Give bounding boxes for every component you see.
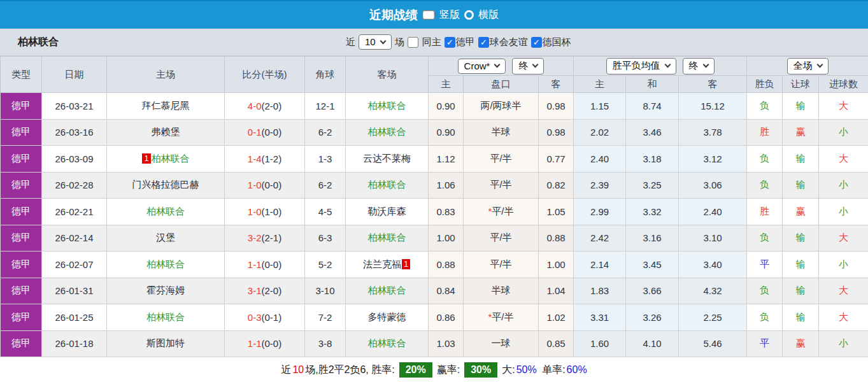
match-row: 德甲26-03-091柏林联合1-4(1-2)1-3云达不莱梅1.12平/半0.… [1,146,868,173]
single-rate: 60% [567,364,587,376]
handicap-result: 输 [783,146,819,173]
avg-draw: 3.32 [626,199,679,225]
match-date: 26-02-28 [42,172,107,199]
scope-select[interactable]: 全场 [787,58,829,74]
sub-header-handicap: 盘口 [464,76,539,93]
match-count-select[interactable]: 10 [359,34,392,50]
radio-horizontal-label[interactable]: 横版 [478,8,499,22]
result: 平 [747,251,783,278]
handicap-result: 赢 [783,199,819,225]
checkbox-german-cup[interactable]: ✓ 德国杯 [531,36,571,48]
odds-away: 1.02 [539,304,574,331]
score-cell: 0-3(0-1) [225,304,305,331]
team-name: 柏林联合 [0,36,59,49]
handicap: 一球 [464,330,539,357]
chevron-down-icon [664,62,671,68]
radio-horizontal[interactable] [464,10,474,20]
match-date: 26-01-18 [42,330,107,357]
odds-win-rate-badge: 30% [464,362,497,378]
handicap: *平/半 [464,199,539,225]
big-label: 大: [502,364,515,377]
checkbox-icon[interactable] [408,37,418,48]
match-date: 26-03-16 [42,119,107,146]
avg-home: 1.15 [574,93,626,120]
avg-home: 2.39 [574,172,626,199]
handicap-result: 输 [783,225,819,251]
home-team: 1柏林联合 [107,146,225,173]
result: 胜 [747,119,783,146]
odds-source-select[interactable]: Crow* [458,59,506,74]
away-team: 柏林联合 [346,330,429,357]
avg-draw: 3.46 [626,119,679,146]
checkbox-checked-icon[interactable]: ✓ [531,37,542,48]
sub-header-let: 让球 [783,76,819,93]
odds-away: 1.00 [539,251,574,278]
away-team: 云达不莱梅 [346,146,429,173]
odds-away: 0.85 [539,330,574,357]
checkbox-bundesliga[interactable]: ✓ 德甲 [445,36,475,48]
score-cell: 3-2(2-1) [225,225,305,251]
chevron-down-icon [494,62,501,68]
avg-away: 4.32 [679,278,747,304]
checkbox-checked-icon[interactable]: ✓ [445,37,455,48]
odds-time-select[interactable]: 终 [512,58,544,74]
chevron-down-icon [380,38,386,44]
match-row: 德甲26-02-07柏林联合1-1(0-0)5-2法兰克福10.88平/半1.0… [1,251,868,278]
page-title: 近期战绩 [369,7,418,24]
odds-away: 0.82 [539,172,574,199]
avg-away: 15.12 [679,93,747,120]
single-label: 单率: [542,364,565,377]
avg-type-select[interactable]: 胜平负均值 [606,58,676,74]
radio-vertical-label[interactable]: 竖版 [439,8,460,22]
sub-header-goals: 进球数 [819,76,868,93]
checkbox-same-home[interactable]: 同主 [408,36,441,48]
col-header-score: 比分(半场) [225,57,305,93]
avg-group-header: 胜平负均值 终 [574,57,747,76]
sub-header-avg-away: 客 [679,76,747,93]
corner-score: 5-2 [305,251,346,278]
avg-away: 3.10 [679,225,747,251]
away-team: 多特蒙德 [346,304,429,331]
odds-home: 0.86 [429,304,464,331]
result: 胜 [747,199,783,225]
filter-controls: 近 10 场 同主 ✓ 德甲 ✓ 球会友谊 ✓ 德国杯 [346,29,571,55]
radio-vertical-selected[interactable] [422,10,435,20]
away-team: 法兰克福1 [346,251,429,278]
score-cell: 0-1(0-0) [225,119,305,146]
match-date: 26-01-31 [42,278,107,304]
result: 负 [747,146,783,173]
away-team: 柏林联合 [346,93,429,120]
result: 负 [747,93,783,120]
away-team: 柏林联合 [346,225,429,251]
corner-score: 6-3 [305,225,346,251]
home-team: 弗赖堡 [107,119,225,146]
away-team: 勒沃库森 [346,199,429,225]
col-header-date: 日期 [42,57,107,93]
result: 负 [747,304,783,331]
goals-result: 小 [819,330,868,357]
corner-score: 3-10 [305,278,346,304]
goals-result: 小 [819,251,868,278]
result: 负 [747,225,783,251]
match-row: 德甲26-01-31霍芬海姆3-1(2-0)3-10柏林联合0.84半球1.04… [1,278,868,304]
match-date: 26-03-09 [42,146,107,173]
score-cell: 1-4(1-2) [225,146,305,173]
checkbox-checked-icon[interactable]: ✓ [478,37,489,48]
handicap-result: 赢 [783,330,819,357]
handicap: 平/半 [464,172,539,199]
avg-home: 2.42 [574,225,626,251]
league-badge: 德甲 [1,304,42,331]
scope-group-header: 全场 [747,57,868,76]
league-badge: 德甲 [1,199,42,225]
corner-score: 6-2 [305,119,346,146]
checkbox-club-friendly[interactable]: ✓ 球会友谊 [478,36,528,48]
avg-time-select[interactable]: 终 [683,58,715,74]
filter-toolbar: 柏林联合 近 10 场 同主 ✓ 德甲 ✓ 球会友谊 ✓ 德国杯 [0,29,868,56]
match-date: 26-02-21 [42,199,107,225]
corner-score: 1-3 [305,146,346,173]
goals-result: 大 [819,304,868,331]
league-badge: 德甲 [1,93,42,120]
results-table: 类型 日期 主场 比分(半场) 角球 客场 Crow* 终 [0,56,868,357]
win-rate-badge: 20% [399,362,432,378]
red-card-badge: 1 [142,153,150,164]
